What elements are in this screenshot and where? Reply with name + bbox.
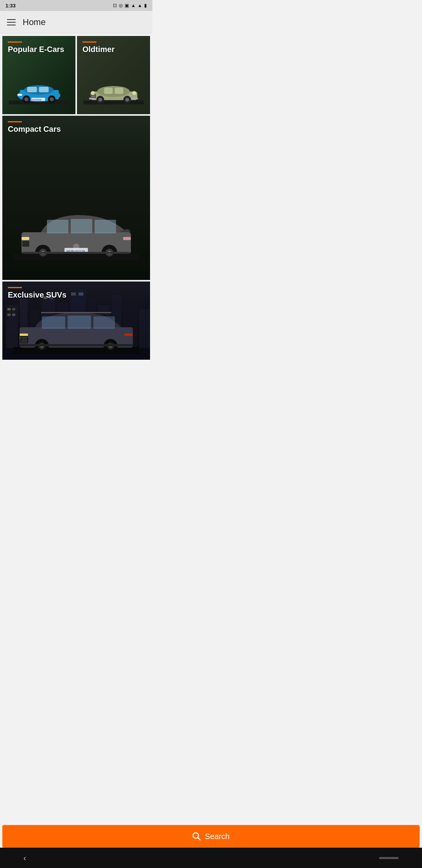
svg-point-25 — [98, 98, 102, 102]
svg-rect-13 — [83, 100, 144, 104]
status-time: 1:33 — [5, 3, 16, 9]
cards-row-top: M·XC541E Popular E-Cars — [0, 34, 152, 114]
svg-rect-29 — [132, 98, 138, 99]
svg-rect-59 — [7, 308, 11, 310]
compact-car-illustration: WOB·GO128 — [14, 206, 139, 260]
suv-car-illustration — [14, 307, 139, 354]
status-icons: ⊡ ◎ ▣ ▲ ▲ ▮ — [113, 3, 147, 8]
svg-point-23 — [132, 91, 136, 95]
svg-rect-5 — [39, 87, 48, 92]
svg-rect-36 — [123, 237, 131, 240]
hamburger-menu-button[interactable] — [7, 19, 16, 25]
category-card-exclusive-suvs[interactable]: Exclusive SUVs — [2, 282, 150, 360]
battery-icon: ▮ — [144, 3, 147, 8]
svg-point-7 — [24, 97, 28, 101]
svg-rect-4 — [27, 87, 37, 92]
svg-rect-37 — [22, 241, 29, 247]
svg-rect-87 — [21, 340, 27, 341]
svg-rect-86 — [21, 339, 27, 339]
svg-rect-85 — [21, 337, 27, 338]
svg-rect-76 — [41, 312, 111, 313]
svg-rect-88 — [21, 342, 27, 343]
svg-rect-71 — [68, 316, 91, 329]
svg-rect-20 — [91, 96, 95, 97]
svg-text:M·XC541E: M·XC541E — [32, 99, 42, 101]
wifi-icon: ▲ — [131, 3, 136, 8]
svg-rect-47 — [22, 252, 130, 254]
svg-point-9 — [50, 97, 54, 101]
oldtimer-car-illustration — [83, 75, 144, 104]
svg-rect-72 — [93, 316, 115, 329]
accent-bar — [8, 41, 22, 43]
svg-rect-30 — [14, 253, 139, 260]
category-card-oldtimer[interactable]: Oldtimer — [77, 36, 150, 114]
svg-point-15 — [97, 86, 130, 97]
svg-rect-16 — [104, 88, 113, 94]
svg-rect-83 — [20, 344, 133, 346]
svg-rect-75 — [124, 334, 133, 336]
svg-rect-73 — [20, 334, 28, 336]
svg-rect-10 — [17, 94, 22, 96]
notification-icon: ⊡ — [113, 3, 117, 8]
svg-rect-68 — [14, 347, 139, 354]
svg-rect-61 — [7, 314, 11, 316]
content-area: M·XC541E Popular E-Cars — [0, 34, 152, 391]
svg-rect-33 — [71, 219, 92, 233]
category-label-ecars: Popular E-Cars — [8, 45, 64, 54]
accent-bar — [82, 41, 97, 43]
accent-bar — [8, 121, 22, 122]
category-label-compact: Compact Cars — [8, 125, 61, 133]
svg-rect-28 — [89, 98, 95, 99]
app-bar: Home — [0, 11, 152, 34]
category-label-suvs: Exclusive SUVs — [8, 291, 66, 299]
svg-point-27 — [125, 98, 129, 102]
svg-rect-35 — [21, 237, 29, 240]
ecars-car-illustration: M·XC541E — [9, 75, 69, 104]
at-icon: ◎ — [119, 3, 123, 8]
page-title: Home — [23, 17, 46, 27]
svg-rect-32 — [47, 220, 68, 233]
category-card-popular-ecars[interactable]: M·XC541E Popular E-Cars — [2, 36, 75, 114]
svg-rect-34 — [95, 220, 116, 233]
svg-rect-70 — [42, 316, 65, 329]
signal-icon: ▲ — [138, 3, 142, 8]
category-label-oldtimer: Oldtimer — [82, 45, 114, 54]
svg-rect-17 — [114, 88, 123, 94]
category-card-compact-cars[interactable]: WOB·GO128 Compact Cars — [2, 116, 150, 280]
svg-point-22 — [91, 91, 95, 95]
status-bar: 1:33 ⊡ ◎ ▣ ▲ ▲ ▮ — [0, 0, 152, 11]
vibrate-icon: ▣ — [125, 3, 129, 8]
accent-bar — [8, 287, 22, 288]
